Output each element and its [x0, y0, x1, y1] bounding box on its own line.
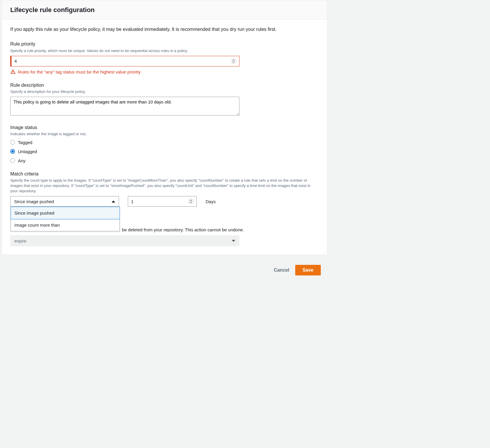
- image-status-label: Image status: [10, 124, 319, 131]
- match-criteria-hint: Specify the count type to apply to the i…: [10, 178, 319, 194]
- rule-description-hint: Specify a description for your lifecycle…: [10, 89, 319, 94]
- rule-priority-error: Rules for the "any" tag status must be t…: [10, 69, 319, 75]
- radio-label-tagged: Tagged: [18, 139, 32, 146]
- rule-action-value: expire: [14, 238, 26, 244]
- chevron-down-icon: [232, 240, 235, 242]
- rule-priority-value: 4: [14, 58, 17, 64]
- intro-text: If you apply this rule as your lifecycle…: [10, 26, 319, 33]
- radio-label-untagged: Untagged: [18, 148, 37, 155]
- page-title: Lifecycle rule configuration: [10, 6, 319, 15]
- save-button[interactable]: Save: [295, 265, 321, 275]
- radio-icon: [10, 158, 15, 163]
- lifecycle-rule-card: Lifecycle rule configuration If you appl…: [2, 0, 327, 255]
- radio-any[interactable]: Any: [10, 158, 319, 164]
- count-type-dropdown: Since image pushed Image count more than: [11, 207, 120, 231]
- footer-actions: Cancel Save: [0, 261, 329, 281]
- radio-icon: [10, 140, 15, 145]
- radio-label-any: Any: [18, 158, 26, 164]
- count-number-input[interactable]: 1: [128, 196, 197, 207]
- dropdown-option-image-count[interactable]: Image count more than: [11, 219, 120, 231]
- rule-priority-hint: Specify a rule priority, which must be u…: [10, 48, 319, 54]
- count-unit-label: Days: [206, 198, 216, 205]
- match-criteria-row: Since image pushed Since image pushed Im…: [10, 196, 319, 207]
- image-status-radio-group: Tagged Untagged Any: [10, 139, 319, 164]
- radio-untagged[interactable]: Untagged: [10, 148, 319, 155]
- match-criteria-label: Match criteria: [10, 171, 319, 177]
- dropdown-option-since-pushed[interactable]: Since image pushed: [11, 207, 120, 219]
- warning-icon: [10, 69, 16, 74]
- number-stepper-icon[interactable]: [188, 199, 194, 204]
- count-type-value: Since image pushed: [14, 198, 54, 205]
- number-stepper-icon[interactable]: [231, 59, 236, 63]
- count-number-value: 1: [131, 198, 133, 205]
- rule-description-field: Rule description Specify a description f…: [10, 82, 319, 117]
- rule-description-input[interactable]: [10, 97, 239, 116]
- cancel-button[interactable]: Cancel: [274, 268, 289, 273]
- error-text: Rules for the "any" tag status must be t…: [18, 69, 141, 75]
- rule-action-select[interactable]: expire: [10, 235, 239, 246]
- svg-point-1: [13, 73, 13, 73]
- radio-tagged[interactable]: Tagged: [10, 139, 319, 146]
- radio-icon: [10, 149, 15, 154]
- rule-description-label: Rule description: [10, 82, 319, 88]
- chevron-up-icon: [112, 200, 115, 203]
- rule-priority-input[interactable]: 4: [10, 56, 239, 66]
- image-status-hint: Indicates whether the image is tagged or…: [10, 131, 319, 137]
- card-body: If you apply this rule as your lifecycle…: [2, 20, 327, 255]
- image-status-field: Image status Indicates whether the image…: [10, 124, 319, 164]
- rule-priority-field: Rule priority Specify a rule priority, w…: [10, 41, 319, 75]
- rule-action-hint-suffix: be deleted from your repository. This ac…: [122, 227, 319, 233]
- match-criteria-field: Match criteria Specify the count type to…: [10, 171, 319, 207]
- card-header: Lifecycle rule configuration: [2, 0, 327, 20]
- rule-priority-label: Rule priority: [10, 41, 319, 47]
- count-type-select[interactable]: Since image pushed Since image pushed Im…: [10, 196, 119, 207]
